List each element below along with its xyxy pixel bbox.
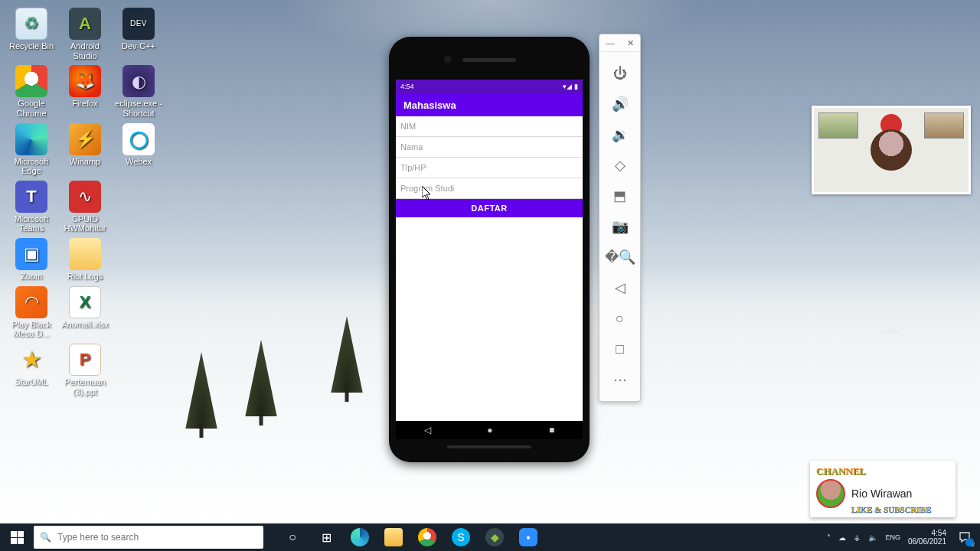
- edge-taskbar-icon[interactable]: [345, 523, 375, 551]
- desktop-icon[interactable]: Riot Logs: [58, 235, 112, 283]
- clock-date: 06/06/2021: [908, 537, 946, 546]
- explorer-taskbar-icon[interactable]: [378, 523, 409, 551]
- volume-up-button[interactable]: 🔊: [599, 89, 640, 119]
- desktop-icon-label: Pertemuan (3).ppt: [60, 377, 110, 396]
- desktop-icon[interactable]: Pertemuan (3).ppt: [58, 341, 112, 398]
- app-icon: [69, 344, 101, 376]
- search-placeholder: Type here to search: [57, 532, 139, 543]
- tlp-field[interactable]: [396, 158, 583, 178]
- desktop-icon-label: Dev-C++: [113, 41, 164, 51]
- chrome-taskbar-icon[interactable]: [412, 523, 443, 551]
- prodi-field[interactable]: [396, 178, 583, 198]
- poster-right: [924, 112, 964, 139]
- app-icon: [69, 181, 101, 213]
- desktop-icon[interactable]: Webex: [112, 120, 165, 178]
- status-time: 4:54: [400, 83, 414, 90]
- app-title: Mahasiswa: [403, 99, 456, 111]
- webcam-overlay: [812, 106, 971, 194]
- phone-speaker: [462, 58, 516, 62]
- phone-camera: [444, 55, 452, 63]
- app-icon: [122, 123, 155, 155]
- start-button[interactable]: [0, 523, 34, 551]
- skype-taskbar-icon[interactable]: S: [446, 523, 476, 551]
- rotate-left-button[interactable]: ◇: [599, 150, 640, 181]
- app-icon: [15, 286, 47, 318]
- volume-down-button[interactable]: 🔉: [599, 119, 640, 150]
- back-nav-button[interactable]: ◁: [599, 272, 640, 303]
- app-icon: [15, 238, 47, 270]
- desktop-icon[interactable]: Recycle Bin: [5, 5, 58, 62]
- desktop-icon[interactable]: Microsoft Edge: [5, 120, 58, 178]
- status-bar: 4:54 ▾◢ ▮: [396, 80, 583, 93]
- tray-cloud-icon[interactable]: ☁: [838, 533, 846, 542]
- desktop-icon-label: Microsoft Teams: [6, 214, 57, 233]
- home-button[interactable]: ●: [487, 425, 492, 435]
- phone-screen: 4:54 ▾◢ ▮ Mahasiswa DAFTAR: [396, 80, 583, 422]
- gesture-bar: [447, 445, 531, 448]
- desktop-icon[interactable]: Google Chrome: [5, 62, 58, 119]
- language-indicator[interactable]: ENG: [885, 533, 900, 541]
- tray-chevron-icon[interactable]: ˄: [827, 533, 831, 542]
- desktop-icon-label: Winamp: [60, 157, 110, 167]
- channel-subscribe-text: LIKE & SUBSCRIBE: [851, 505, 949, 514]
- desktop-icon[interactable]: Firefox: [58, 62, 112, 119]
- desktop-icon[interactable]: Anomali.xlsx: [58, 283, 112, 341]
- desktop-icon[interactable]: eclipse.exe - Shortcut: [112, 62, 165, 119]
- taskbar-search[interactable]: 🔍 Type here to search: [34, 526, 263, 549]
- channel-name: Rio Wirawan: [851, 487, 912, 500]
- desktop-icon[interactable]: Play Black Mesa D...: [5, 283, 58, 341]
- channel-avatar: [816, 479, 845, 508]
- desktop-icon-label: Google Chrome: [6, 99, 57, 118]
- presenter-face: [871, 129, 912, 171]
- android-emulator-device: 4:54 ▾◢ ▮ Mahasiswa DAFTAR ◁ ● ■: [389, 37, 590, 462]
- zoom-taskbar-icon[interactable]: ▪: [513, 523, 544, 551]
- daftar-button[interactable]: DAFTAR: [396, 199, 583, 217]
- app-icon: [69, 8, 101, 40]
- desktop-icon-label: StarUML: [6, 377, 57, 387]
- cortana-button[interactable]: ○: [277, 523, 308, 551]
- screenshot-button[interactable]: 📷: [599, 211, 640, 242]
- desktop-icon-label: Recycle Bin: [6, 41, 57, 51]
- desktop-icon[interactable]: Winamp: [58, 120, 112, 178]
- desktop-icon[interactable]: Zoom: [5, 235, 58, 283]
- rotate-right-button[interactable]: ⬒: [599, 181, 640, 211]
- overview-nav-button[interactable]: □: [599, 334, 640, 364]
- volume-icon[interactable]: 🔈: [868, 533, 877, 542]
- back-button[interactable]: ◁: [424, 425, 431, 435]
- nim-field[interactable]: [396, 116, 583, 136]
- desktop-icon-label: Android Studio: [60, 41, 110, 60]
- power-button[interactable]: ⏻: [599, 58, 640, 89]
- notif-count: 2: [972, 541, 975, 548]
- app-icon: [15, 65, 47, 97]
- emulator-control-panel: — ✕ ⏻🔊🔉◇⬒📷�🔍◁○□⋯: [599, 34, 641, 402]
- desktop-icon-label: Play Black Mesa D...: [6, 320, 57, 339]
- search-icon: 🔍: [40, 532, 51, 543]
- channel-card: CHANNEL Rio Wirawan LIKE & SUBSCRIBE: [810, 461, 956, 517]
- desktop-icon-label: CPUID HWMonitor: [60, 214, 110, 233]
- nama-field[interactable]: [396, 137, 583, 157]
- recent-button[interactable]: ■: [549, 425, 554, 435]
- desktop-icon-grid: Recycle BinAndroid StudioDev-C++Google C…: [5, 5, 326, 398]
- status-signal: ▾◢ ▮: [563, 83, 578, 90]
- app-bar: Mahasiswa: [396, 93, 583, 116]
- taskbar-clock[interactable]: 4:54 06/06/2021: [908, 529, 946, 546]
- emulator-minimize-button[interactable]: —: [600, 34, 620, 51]
- home-nav-button[interactable]: ○: [599, 303, 640, 334]
- task-view-button[interactable]: ⊞: [311, 523, 341, 551]
- desktop-icon[interactable]: Dev-C++: [112, 5, 165, 62]
- emulator-close-button[interactable]: ✕: [620, 34, 640, 51]
- more-button[interactable]: ⋯: [599, 364, 640, 395]
- wifi-icon[interactable]: ⚶: [854, 533, 861, 542]
- taskbar-pinned: ○ ⊞ S ◆ ▪: [277, 523, 544, 551]
- desktop-icon[interactable]: StarUML: [5, 341, 58, 398]
- desktop-icon[interactable]: Android Studio: [58, 5, 112, 62]
- desktop-icon-label: Zoom: [6, 272, 57, 282]
- desktop-icon[interactable]: CPUID HWMonitor: [58, 178, 112, 235]
- android-studio-taskbar-icon[interactable]: ◆: [479, 523, 510, 551]
- desktop-icon[interactable]: Microsoft Teams: [5, 178, 58, 235]
- zoom-button[interactable]: �🔍: [599, 242, 640, 272]
- app-icon: [15, 344, 47, 376]
- action-center-button[interactable]: 2: [954, 527, 975, 548]
- channel-tag: CHANNEL: [816, 465, 949, 478]
- app-icon: [69, 65, 101, 97]
